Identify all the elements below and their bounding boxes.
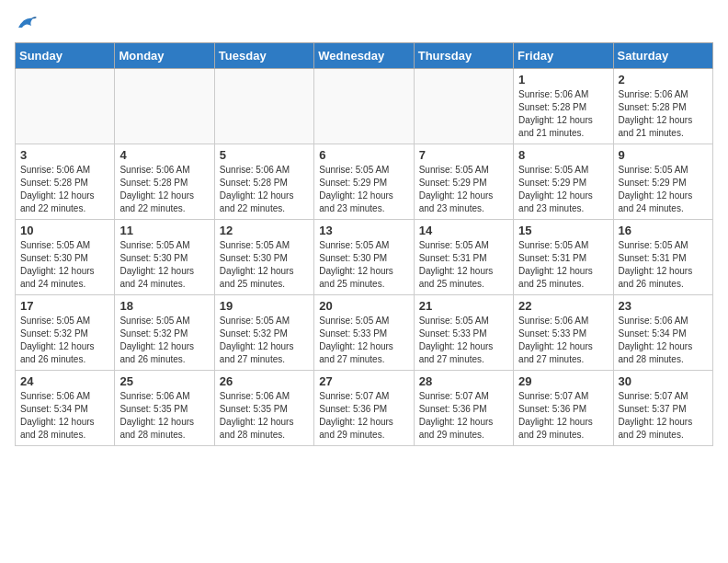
calendar-header-saturday: Saturday — [613, 43, 712, 69]
day-number: 13 — [319, 224, 408, 237]
calendar-header-wednesday: Wednesday — [314, 43, 414, 69]
day-number: 28 — [419, 374, 508, 388]
calendar-cell: 25Sunrise: 5:06 AM Sunset: 5:35 PM Dayli… — [115, 371, 214, 446]
day-number: 9 — [619, 148, 708, 162]
day-number: 15 — [518, 224, 608, 237]
day-number: 14 — [419, 224, 508, 237]
calendar-cell: 8Sunrise: 5:05 AM Sunset: 5:29 PM Daylig… — [514, 144, 613, 220]
calendar-week-3: 10Sunrise: 5:05 AM Sunset: 5:30 PM Dayli… — [16, 220, 713, 295]
calendar-cell: 24Sunrise: 5:06 AM Sunset: 5:34 PM Dayli… — [16, 371, 115, 446]
calendar-cell: 4Sunrise: 5:06 AM Sunset: 5:28 PM Daylig… — [115, 144, 214, 220]
day-info: Sunrise: 5:06 AM Sunset: 5:34 PM Dayligh… — [619, 315, 708, 366]
day-number: 24 — [20, 374, 109, 388]
logo — [15, 15, 37, 31]
calendar-table: SundayMondayTuesdayWednesdayThursdayFrid… — [15, 42, 713, 446]
calendar-header-thursday: Thursday — [414, 43, 513, 69]
calendar-cell: 26Sunrise: 5:06 AM Sunset: 5:35 PM Dayli… — [214, 371, 313, 446]
calendar-cell: 16Sunrise: 5:05 AM Sunset: 5:31 PM Dayli… — [613, 220, 712, 295]
calendar-cell: 9Sunrise: 5:05 AM Sunset: 5:29 PM Daylig… — [613, 144, 712, 220]
calendar-cell: 11Sunrise: 5:05 AM Sunset: 5:30 PM Dayli… — [115, 220, 214, 295]
day-info: Sunrise: 5:05 AM Sunset: 5:31 PM Dayligh… — [419, 239, 508, 291]
calendar-cell: 20Sunrise: 5:05 AM Sunset: 5:33 PM Dayli… — [314, 295, 414, 371]
day-info: Sunrise: 5:05 AM Sunset: 5:33 PM Dayligh… — [419, 315, 508, 366]
day-number: 2 — [619, 73, 708, 86]
day-info: Sunrise: 5:05 AM Sunset: 5:32 PM Dayligh… — [20, 315, 109, 366]
day-info: Sunrise: 5:06 AM Sunset: 5:35 PM Dayligh… — [119, 390, 209, 442]
day-number: 6 — [319, 148, 408, 162]
calendar-cell: 14Sunrise: 5:05 AM Sunset: 5:31 PM Dayli… — [414, 220, 513, 295]
day-number: 16 — [619, 224, 708, 237]
page-header — [15, 15, 713, 31]
day-info: Sunrise: 5:06 AM Sunset: 5:34 PM Dayligh… — [20, 390, 109, 442]
calendar-cell: 17Sunrise: 5:05 AM Sunset: 5:32 PM Dayli… — [16, 295, 115, 371]
calendar-cell: 5Sunrise: 5:06 AM Sunset: 5:28 PM Daylig… — [214, 144, 313, 220]
day-number: 1 — [518, 73, 608, 86]
calendar-cell: 21Sunrise: 5:05 AM Sunset: 5:33 PM Dayli… — [414, 295, 513, 371]
day-number: 22 — [518, 299, 608, 313]
calendar-cell: 18Sunrise: 5:05 AM Sunset: 5:32 PM Dayli… — [115, 295, 214, 371]
day-info: Sunrise: 5:06 AM Sunset: 5:28 PM Dayligh… — [619, 88, 708, 140]
day-info: Sunrise: 5:06 AM Sunset: 5:28 PM Dayligh… — [220, 164, 309, 215]
calendar-header-tuesday: Tuesday — [214, 43, 313, 69]
calendar-cell: 10Sunrise: 5:05 AM Sunset: 5:30 PM Dayli… — [16, 220, 115, 295]
calendar-cell: 7Sunrise: 5:05 AM Sunset: 5:29 PM Daylig… — [414, 144, 513, 220]
day-info: Sunrise: 5:05 AM Sunset: 5:29 PM Dayligh… — [419, 164, 508, 215]
calendar-cell: 28Sunrise: 5:07 AM Sunset: 5:36 PM Dayli… — [414, 371, 513, 446]
calendar-header-sunday: Sunday — [16, 43, 115, 69]
calendar-cell: 23Sunrise: 5:06 AM Sunset: 5:34 PM Dayli… — [613, 295, 712, 371]
day-info: Sunrise: 5:06 AM Sunset: 5:35 PM Dayligh… — [220, 390, 309, 442]
day-info: Sunrise: 5:05 AM Sunset: 5:32 PM Dayligh… — [119, 315, 209, 366]
day-number: 21 — [419, 299, 508, 313]
day-info: Sunrise: 5:05 AM Sunset: 5:30 PM Dayligh… — [220, 239, 309, 291]
day-number: 19 — [220, 299, 309, 313]
day-info: Sunrise: 5:05 AM Sunset: 5:29 PM Dayligh… — [619, 164, 708, 215]
day-number: 8 — [518, 148, 608, 162]
calendar-cell: 19Sunrise: 5:05 AM Sunset: 5:32 PM Dayli… — [214, 295, 313, 371]
calendar-cell — [16, 69, 115, 144]
calendar-cell: 1Sunrise: 5:06 AM Sunset: 5:28 PM Daylig… — [514, 69, 613, 144]
day-number: 20 — [319, 299, 408, 313]
calendar-header-friday: Friday — [514, 43, 613, 69]
day-info: Sunrise: 5:07 AM Sunset: 5:36 PM Dayligh… — [419, 390, 508, 442]
calendar-cell: 15Sunrise: 5:05 AM Sunset: 5:31 PM Dayli… — [514, 220, 613, 295]
calendar-cell: 22Sunrise: 5:06 AM Sunset: 5:33 PM Dayli… — [514, 295, 613, 371]
day-number: 25 — [119, 374, 209, 388]
calendar-cell: 3Sunrise: 5:06 AM Sunset: 5:28 PM Daylig… — [16, 144, 115, 220]
day-number: 10 — [20, 224, 109, 237]
calendar-cell — [214, 69, 313, 144]
day-info: Sunrise: 5:07 AM Sunset: 5:36 PM Dayligh… — [319, 390, 408, 442]
day-info: Sunrise: 5:05 AM Sunset: 5:29 PM Dayligh… — [319, 164, 408, 215]
day-number: 3 — [20, 148, 109, 162]
calendar-week-2: 3Sunrise: 5:06 AM Sunset: 5:28 PM Daylig… — [16, 144, 713, 220]
day-number: 11 — [119, 224, 209, 237]
day-info: Sunrise: 5:07 AM Sunset: 5:37 PM Dayligh… — [619, 390, 708, 442]
calendar-week-5: 24Sunrise: 5:06 AM Sunset: 5:34 PM Dayli… — [16, 371, 713, 446]
calendar-cell — [314, 69, 414, 144]
day-number: 17 — [20, 299, 109, 313]
calendar-cell: 29Sunrise: 5:07 AM Sunset: 5:36 PM Dayli… — [514, 371, 613, 446]
day-info: Sunrise: 5:05 AM Sunset: 5:30 PM Dayligh… — [319, 239, 408, 291]
day-info: Sunrise: 5:05 AM Sunset: 5:31 PM Dayligh… — [619, 239, 708, 291]
calendar-cell: 6Sunrise: 5:05 AM Sunset: 5:29 PM Daylig… — [314, 144, 414, 220]
day-info: Sunrise: 5:06 AM Sunset: 5:33 PM Dayligh… — [518, 315, 608, 366]
day-number: 29 — [518, 374, 608, 388]
day-info: Sunrise: 5:06 AM Sunset: 5:28 PM Dayligh… — [119, 164, 209, 215]
logo-bird-icon — [17, 15, 37, 31]
calendar-header-monday: Monday — [115, 43, 214, 69]
day-number: 5 — [220, 148, 309, 162]
day-number: 7 — [419, 148, 508, 162]
calendar-cell: 2Sunrise: 5:06 AM Sunset: 5:28 PM Daylig… — [613, 69, 712, 144]
calendar-week-4: 17Sunrise: 5:05 AM Sunset: 5:32 PM Dayli… — [16, 295, 713, 371]
day-info: Sunrise: 5:05 AM Sunset: 5:30 PM Dayligh… — [119, 239, 209, 291]
day-info: Sunrise: 5:07 AM Sunset: 5:36 PM Dayligh… — [518, 390, 608, 442]
calendar-week-1: 1Sunrise: 5:06 AM Sunset: 5:28 PM Daylig… — [16, 69, 713, 144]
day-info: Sunrise: 5:05 AM Sunset: 5:33 PM Dayligh… — [319, 315, 408, 366]
day-number: 26 — [220, 374, 309, 388]
day-number: 30 — [619, 374, 708, 388]
calendar-cell: 27Sunrise: 5:07 AM Sunset: 5:36 PM Dayli… — [314, 371, 414, 446]
day-info: Sunrise: 5:05 AM Sunset: 5:30 PM Dayligh… — [20, 239, 109, 291]
day-info: Sunrise: 5:06 AM Sunset: 5:28 PM Dayligh… — [518, 88, 608, 140]
day-number: 27 — [319, 374, 408, 388]
day-number: 12 — [220, 224, 309, 237]
day-number: 23 — [619, 299, 708, 313]
